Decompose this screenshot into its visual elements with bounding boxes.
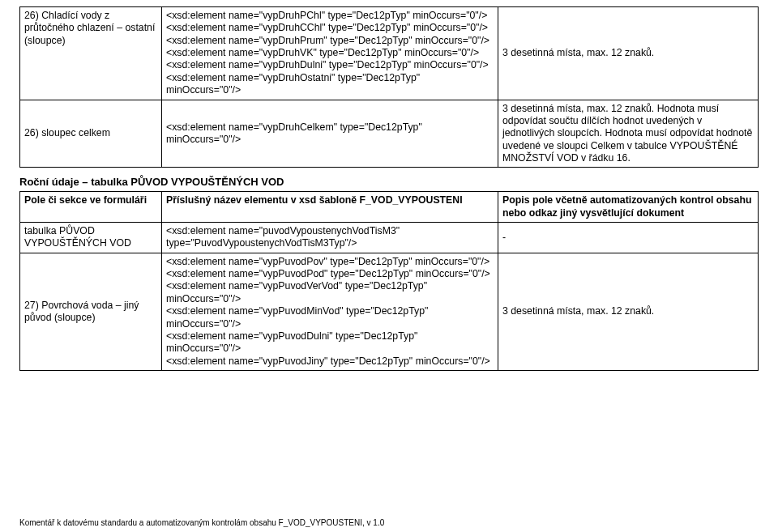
cell-label: 26) sloupec celkem bbox=[20, 100, 162, 168]
table-row: 26) sloupec celkem <xsd:element name="vy… bbox=[20, 100, 759, 168]
section-heading: Roční údaje – tabulka PŮVOD VYPOUŠTĚNÝCH… bbox=[19, 176, 759, 188]
table-top: 26) Chladící vody z průtočného chlazení … bbox=[19, 6, 759, 168]
cell-label: 26) Chladící vody z průtočného chlazení … bbox=[20, 7, 162, 100]
cell-desc: - bbox=[498, 223, 759, 253]
page-footer: Komentář k datovému standardu a automati… bbox=[19, 518, 384, 527]
cell-xsd: <xsd:element name="puvodVypoustenychVodT… bbox=[162, 223, 498, 253]
col-header-description: Popis pole včetně automatizovaných kontr… bbox=[498, 192, 759, 223]
cell-xsd: <xsd:element name="vypPuvodPov" type="De… bbox=[162, 253, 498, 370]
cell-label: tabulka PŮVOD VYPOUŠTĚNÝCH VOD bbox=[20, 223, 162, 253]
col-header-form-field: Pole či sekce ve formuláři bbox=[20, 192, 162, 223]
cell-xsd: <xsd:element name="vypDruhPChl" type="De… bbox=[162, 7, 498, 100]
table-row: 26) Chladící vody z průtočného chlazení … bbox=[20, 7, 759, 100]
cell-xsd: <xsd:element name="vypDruhCelkem" type="… bbox=[162, 100, 498, 168]
cell-desc: 3 desetinná místa, max. 12 znaků. bbox=[498, 7, 759, 100]
cell-desc: 3 desetinná místa, max. 12 znaků. Hodnot… bbox=[498, 100, 759, 168]
table-row: tabulka PŮVOD VYPOUŠTĚNÝCH VOD <xsd:elem… bbox=[20, 223, 759, 253]
table-header-row: Pole či sekce ve formuláři Příslušný náz… bbox=[20, 192, 759, 223]
table-row: 27) Povrchová voda – jiný původ (sloupce… bbox=[20, 253, 759, 370]
table-bottom: Pole či sekce ve formuláři Příslušný náz… bbox=[19, 191, 759, 371]
col-header-xsd-element: Příslušný název elementu v xsd šabloně F… bbox=[162, 192, 498, 223]
cell-label: 27) Povrchová voda – jiný původ (sloupce… bbox=[20, 253, 162, 370]
cell-desc: 3 desetinná místa, max. 12 znaků. bbox=[498, 253, 759, 370]
